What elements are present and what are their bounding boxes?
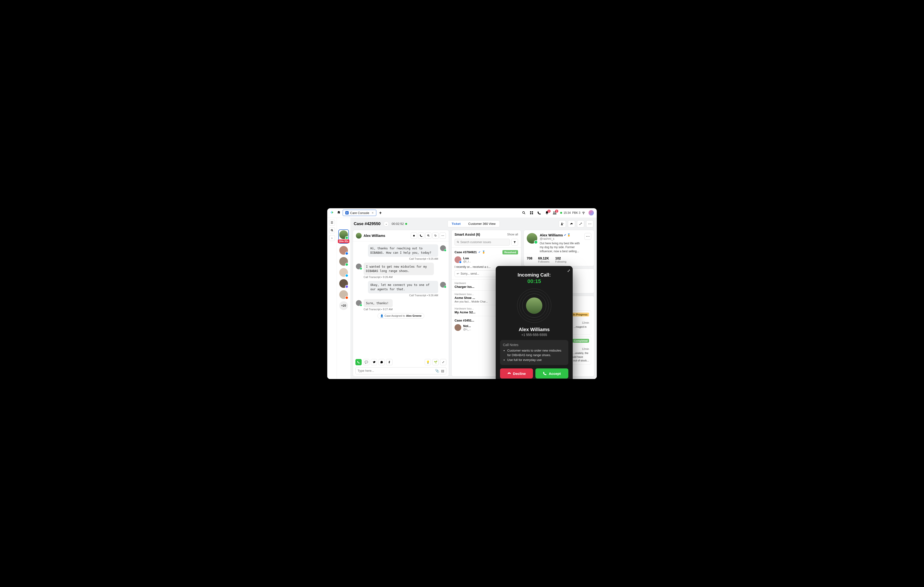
queue-item[interactable] [338, 290, 349, 299]
contact-avatar [356, 233, 362, 238]
call-note-item: Customer wants to order new midsoles for… [507, 348, 566, 358]
caller-avatar [526, 298, 542, 314]
channel-chat-icon[interactable]: 💬 [363, 359, 370, 365]
channel-facebook-icon[interactable] [386, 359, 393, 365]
user-avatar[interactable] [589, 210, 594, 215]
profile-avatar [527, 233, 537, 243]
verified-icon: ✔ [564, 233, 566, 237]
assist-user-handle: @l_t... [463, 260, 471, 263]
queue-item[interactable] [338, 246, 349, 255]
topbar: ♥ Care Console × + 8 8 15:34 PBK 3 [327, 208, 597, 218]
tab-ticket[interactable]: Ticket [448, 220, 464, 227]
chat-search-icon[interactable] [425, 233, 431, 239]
assigned-pill: 👤Case Assigned to Alex Greene [378, 313, 424, 319]
apps-icon[interactable] [530, 210, 534, 215]
chat-panel: Alex Williams ■ ↻ ⋯ Hi, thanks for reach… [353, 230, 449, 377]
app-logo [330, 210, 335, 215]
assist-case-id[interactable]: Case #3784921 [455, 250, 477, 254]
phone-icon[interactable] [537, 210, 541, 215]
chat-message: I wanted to get new midsoles for my DIBA… [356, 263, 446, 278]
reply-icon: ↩ [457, 272, 459, 275]
accept-button[interactable]: Accept [535, 368, 568, 378]
share-button[interactable] [568, 220, 575, 227]
case-title: Case #429550 [354, 222, 381, 226]
svg-rect-1 [530, 211, 531, 212]
message-input[interactable] [358, 369, 433, 373]
engagement-status: In Progress [571, 312, 589, 316]
social-icon[interactable]: 8 [553, 210, 557, 215]
profile-card: Alex Williams ✔ 🏅 @rashmi_s Out here liv… [524, 230, 594, 266]
svg-rect-4 [532, 213, 533, 214]
medal-icon: 🏅 [482, 251, 485, 254]
video-icon[interactable]: ■ [411, 233, 417, 239]
svg-point-0 [523, 212, 525, 214]
decline-button[interactable]: Decline [500, 368, 533, 378]
show-all-link[interactable]: Show all [507, 233, 518, 236]
expand-modal-icon[interactable]: ⤢ [567, 268, 570, 273]
status-indicator[interactable]: 15:34 PBK 3 [560, 211, 585, 214]
bulb-icon[interactable]: 💡 [425, 359, 431, 365]
social-badge: 8 [555, 210, 558, 212]
medal-icon: 🏅 [567, 233, 571, 237]
template-icon[interactable]: ▤ [441, 369, 444, 373]
expand-icon[interactable]: › [329, 235, 335, 241]
refresh-icon[interactable]: ↻ [432, 233, 439, 239]
rail-search-icon[interactable] [329, 227, 335, 233]
queue-item[interactable] [338, 279, 349, 288]
message-bubble: Hi, thanks for reaching out to DIBABAS. … [368, 244, 438, 257]
notifications-icon[interactable]: 8 [545, 210, 549, 215]
queue-item[interactable] [338, 257, 349, 266]
message-meta: Call Transcript • 9:27 AM [364, 308, 393, 311]
assist-case-id[interactable]: Case #3451... [455, 319, 474, 322]
chat-message: Sure, thanks!Call Transcript • 9:27 AM [356, 299, 446, 311]
profile-bio: Out here living my best life with my dog… [540, 242, 582, 253]
engagement-time: 12min [582, 321, 589, 324]
message-meta: Call Transcript • 9:26 AM [409, 294, 438, 297]
call-icon[interactable] [418, 233, 424, 239]
queue-item-active[interactable]: 10m 32s [338, 229, 349, 243]
call-note-item: Use full for everyday use [507, 358, 566, 362]
home-icon[interactable] [337, 210, 341, 215]
sprout-icon[interactable]: 🌱 [432, 359, 439, 365]
close-icon[interactable]: × [372, 211, 374, 215]
attach-icon[interactable]: 📎 [435, 369, 439, 373]
svg-rect-2 [532, 211, 533, 212]
tab-care-console[interactable]: ♥ Care Console × [343, 210, 376, 216]
message-meta: Call Transcript • 9:25 AM [409, 257, 438, 260]
assist-user-avatar [455, 257, 461, 263]
chat-more-icon[interactable]: ⋯ [440, 233, 446, 239]
tab-customer-360[interactable]: Customer 360 View [464, 220, 499, 227]
channel-twitter-icon[interactable] [371, 359, 377, 365]
case-dropdown[interactable]: ⌄ [384, 221, 389, 227]
search-icon[interactable] [522, 210, 526, 215]
queue-more-button[interactable]: +20 [339, 301, 348, 310]
compose-box: 📎 ▤ [355, 367, 446, 375]
elapsed-timer: 00:02:52 [392, 222, 408, 225]
menu-icon[interactable]: ☰ [329, 220, 335, 225]
svg-point-9 [561, 223, 563, 224]
magic-button[interactable] [577, 220, 584, 227]
more-button[interactable]: ⋯ [586, 220, 593, 227]
assist-user-name: Nol... [463, 324, 471, 328]
assist-user-handle: @n_... [463, 328, 471, 330]
profile-more-button[interactable]: ⋯ [584, 233, 591, 240]
message-avatar [440, 245, 446, 251]
view-segmented: Ticket Customer 360 View [447, 220, 500, 227]
chat-message: Hi, thanks for reaching out to DIBABAS. … [356, 244, 446, 260]
channel-phone-icon[interactable] [355, 359, 362, 365]
engagement-time: 12min [582, 347, 589, 350]
assign-button[interactable] [559, 220, 566, 227]
queue-item[interactable] [338, 268, 349, 277]
channel-whatsapp-icon[interactable] [378, 359, 385, 365]
left-rail: ☰ › [327, 218, 337, 379]
message-avatar [356, 263, 362, 269]
add-tab-button[interactable]: + [378, 210, 383, 215]
station-label: PBK 3 [572, 211, 581, 214]
profile-handle: @rashmi_s [540, 237, 582, 240]
expand-compose-icon[interactable]: ⤢ [440, 359, 446, 365]
call-notes: Call Notes Customer wants to order new m… [500, 340, 568, 365]
filter-icon[interactable] [512, 239, 518, 245]
assist-search-input[interactable]: Search customer issues [455, 239, 510, 245]
smart-assist-title: Smart Assist (6) [455, 233, 480, 237]
message-avatar [356, 300, 362, 306]
